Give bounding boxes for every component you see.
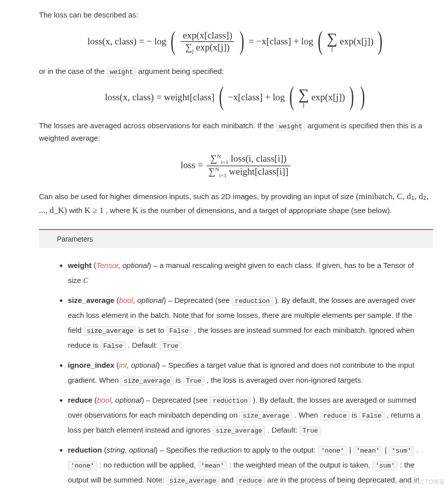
- formula-2: loss(x, class) = weight[class] ( −x[clas…: [39, 87, 433, 109]
- param-name: weight: [68, 261, 92, 269]
- inline-code: 'mean': [198, 461, 227, 471]
- weight-code: weight: [276, 122, 305, 131]
- param-type: , optional: [133, 296, 164, 304]
- param-item: weight (Tensor, optional) – a manual res…: [68, 258, 423, 288]
- parameters-header: Parameters: [39, 229, 433, 248]
- inline-code: reduce: [236, 476, 265, 486]
- inline-code: size_average: [239, 411, 292, 421]
- inline-code: False: [166, 326, 192, 336]
- param-item: reduction (string, optional) – Specifies…: [68, 443, 423, 490]
- inline-code: 'mean': [353, 446, 383, 456]
- param-type: , optional: [118, 261, 149, 269]
- param-type: , optional: [127, 361, 157, 369]
- param-type-link[interactable]: int: [119, 361, 127, 369]
- param-item: ignore_index (int, optional) – Specifies…: [68, 358, 423, 388]
- inline-code: size_average: [84, 326, 137, 336]
- intro-paragraph-1: The loss can be described as:: [39, 9, 433, 21]
- inline-code: reduction: [210, 396, 250, 406]
- inline-code: size_average: [167, 476, 220, 486]
- inline-code: True: [299, 426, 321, 436]
- inline-code: size_average: [121, 376, 174, 386]
- param-type: string, optional: [107, 446, 156, 454]
- inline-code: size_average: [213, 426, 265, 436]
- watermark: @51CTO博客: [408, 478, 445, 487]
- param-item: reduce (bool, optional) – Deprecated (se…: [68, 393, 423, 438]
- inline-code: 'sum': [372, 461, 398, 471]
- inline-code: False: [359, 411, 385, 421]
- intro-paragraph-4: Can also be used for higher dimension in…: [39, 190, 433, 217]
- intro-paragraph-3: The losses are averaged across observati…: [39, 120, 433, 144]
- inline-code: 'sum': [389, 446, 414, 456]
- param-name: reduction: [68, 446, 102, 454]
- inline-code: True: [183, 376, 205, 386]
- param-name: ignore_index: [68, 361, 114, 369]
- inline-code: 'none': [68, 461, 97, 471]
- formula-1: loss(x, class) = − log ( exp(x[class]) ∑…: [39, 30, 433, 54]
- doc-body: The loss can be described as: loss(x, cl…: [0, 0, 448, 490]
- inline-code: reduce: [320, 411, 350, 421]
- formula-3: loss = ∑Ni=1 loss(i, class[i]) ∑Ni=1 wei…: [39, 153, 433, 179]
- inline-math: C: [83, 276, 88, 284]
- param-name: size_average: [68, 296, 114, 304]
- param-item: size_average (bool, optional) – Deprecat…: [68, 293, 423, 353]
- inline-code: reduction: [232, 296, 273, 306]
- inline-code: False: [100, 341, 126, 351]
- weight-code: weight: [107, 67, 136, 77]
- param-type-link[interactable]: bool: [97, 396, 111, 404]
- parameters-section: Parameters weight (Tensor, optional) – a…: [39, 229, 433, 490]
- intro-paragraph-2: or in the case of the weight argument be…: [39, 65, 433, 78]
- param-type-link[interactable]: bool: [119, 296, 133, 304]
- parameters-list: weight (Tensor, optional) – a manual res…: [39, 248, 433, 490]
- param-name: reduce: [68, 396, 92, 404]
- param-type: , optional: [111, 396, 142, 404]
- inline-code: True: [160, 341, 181, 351]
- param-type-link[interactable]: Tensor: [96, 261, 118, 269]
- inline-code: 'none': [318, 446, 347, 456]
